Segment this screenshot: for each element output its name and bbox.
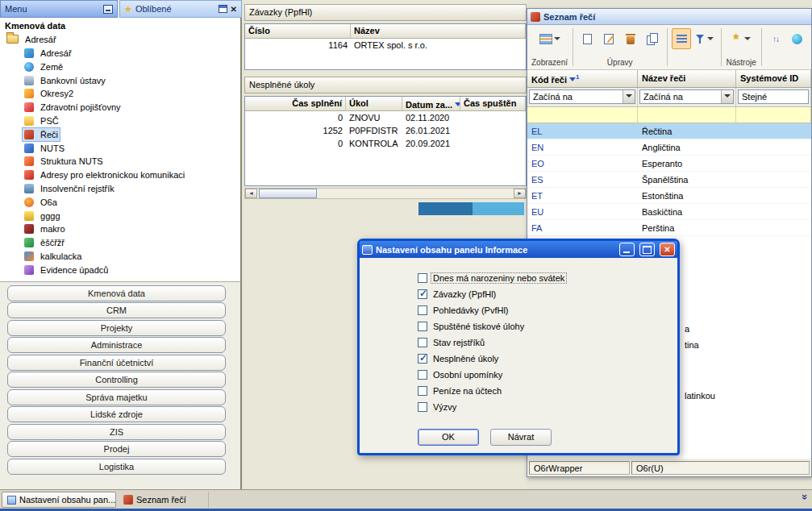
dialog-checkbox-row[interactable]: Spuštěné tiskové úlohy xyxy=(360,318,677,334)
tree-item[interactable]: NUTS xyxy=(0,142,240,156)
module-button[interactable]: Správa majetku xyxy=(7,389,226,405)
grid-row[interactable]: ET Estonština xyxy=(527,188,811,204)
column-header-cislo[interactable]: Číslo xyxy=(245,24,351,38)
tools-button[interactable] xyxy=(729,28,753,49)
close-button[interactable] xyxy=(660,243,675,256)
column-header-systemove-id[interactable]: Systémové ID xyxy=(736,70,811,87)
filter-funnel-button[interactable] xyxy=(693,28,716,49)
edit-record-button[interactable] xyxy=(599,28,618,49)
tree-item[interactable]: kalkulacka xyxy=(0,250,240,264)
navrat-button[interactable]: Návrat xyxy=(490,429,552,446)
dialog-checkbox-row[interactable]: Pohledávky (PvfHl) xyxy=(360,302,677,318)
filter-list-button[interactable] xyxy=(672,28,691,49)
ukoly-row[interactable]: 0 KONTROLA 20.09.2021 xyxy=(245,137,526,150)
dialog-checkbox-row[interactable]: Závazky (PpfHl) xyxy=(360,286,677,302)
window-titlebar[interactable]: Seznam řečí xyxy=(527,9,811,25)
tree-item[interactable]: Adresy pro elektronickou komunikaci xyxy=(0,168,240,182)
module-button[interactable]: ZIS xyxy=(7,424,226,440)
minimize-panel-icon[interactable] xyxy=(103,5,113,14)
checkbox[interactable] xyxy=(418,273,427,283)
copy-record-button[interactable] xyxy=(643,28,662,49)
module-button[interactable]: Projekty xyxy=(7,320,226,336)
dropdown-button[interactable] xyxy=(623,90,635,103)
sort-button[interactable] xyxy=(766,28,785,49)
favorites-header[interactable]: ★ Oblíbené xyxy=(119,0,242,18)
filter-mode-select[interactable]: Stejné xyxy=(738,89,809,104)
module-button[interactable]: Logistika xyxy=(7,459,226,475)
view-selector-button[interactable] xyxy=(537,28,563,49)
tree-item[interactable]: Řeči xyxy=(0,128,240,142)
column-header-ukol[interactable]: Úkol xyxy=(346,97,402,110)
minimize-button[interactable] xyxy=(619,243,635,256)
tree-item[interactable]: Bankovní ústavy xyxy=(0,74,240,88)
tree-item[interactable]: makro xyxy=(0,222,240,236)
taskbar-tab-seznam-reci[interactable]: Seznam řečí xyxy=(119,492,209,508)
grid-row[interactable]: FA Perština xyxy=(527,220,811,236)
scroll-right-button[interactable] xyxy=(514,189,526,198)
menu-header[interactable]: Menu xyxy=(0,0,118,18)
dialog-checkbox-row[interactable]: Osobní upomínky xyxy=(360,367,677,383)
tree-item[interactable]: Země xyxy=(0,60,240,74)
horizontal-scrollbar[interactable] xyxy=(244,188,527,199)
tree-root-adresar[interactable]: Adresář xyxy=(0,33,240,47)
checkbox[interactable] xyxy=(418,338,427,347)
tree-item[interactable]: Evidence úpadců xyxy=(0,264,240,277)
scrollbar-thumb[interactable] xyxy=(259,189,317,198)
column-header-kod-reci[interactable]: Kód řeči1 xyxy=(527,70,638,87)
dialog-checkbox-row[interactable]: Nesplněné úkoly xyxy=(360,351,677,367)
expand-chevron-icon[interactable]: » xyxy=(799,494,811,500)
filter-mode-select[interactable]: Začíná na xyxy=(529,89,635,104)
column-header-datum[interactable]: Datum za...2 xyxy=(402,97,460,110)
help-button[interactable] xyxy=(788,28,807,49)
filter-input-nazev[interactable] xyxy=(638,107,736,123)
module-button[interactable]: Finanční účetnictví xyxy=(7,355,226,371)
checkbox[interactable] xyxy=(418,386,427,396)
tree-item[interactable]: ěščřžř xyxy=(0,236,240,250)
dropdown-button[interactable] xyxy=(721,90,733,103)
column-header-cas-splneni[interactable]: Čas splnění xyxy=(245,97,346,110)
dialog-checkbox-row[interactable]: Dnes má narozeniny nebo svátek xyxy=(360,270,677,286)
module-button[interactable]: Lidské zdroje xyxy=(7,406,226,422)
dialog-checkbox-row[interactable]: Výzvy xyxy=(360,399,677,415)
maximize-button[interactable] xyxy=(639,243,655,256)
module-button[interactable]: Controlling xyxy=(7,372,226,388)
tree-item[interactable]: Struktura NUTS xyxy=(0,155,240,168)
column-header-nazev-reci[interactable]: Název řeči xyxy=(638,70,736,87)
grid-row[interactable]: EN Angličtina xyxy=(527,139,811,156)
checkbox[interactable] xyxy=(418,289,427,299)
module-button[interactable]: Prodej xyxy=(7,441,226,457)
module-button[interactable]: Administrace xyxy=(7,337,226,353)
filter-input-id[interactable] xyxy=(736,107,811,123)
dialog-checkbox-row[interactable]: Peníze na účtech xyxy=(360,383,677,399)
tree-item[interactable]: Adresář xyxy=(0,47,240,60)
close-favorites-icon[interactable] xyxy=(231,4,237,14)
zavazky-row[interactable]: 1164 ORTEX spol. s r.o. xyxy=(245,39,526,52)
dialog-checkbox-row[interactable]: Stav rejstříků xyxy=(360,334,677,351)
column-header-cas-spusten[interactable]: Čas spuštěn xyxy=(460,97,526,110)
scroll-left-button[interactable] xyxy=(245,189,257,198)
checkbox[interactable] xyxy=(418,402,427,412)
grid-row[interactable]: ES Španělština xyxy=(527,172,811,188)
tree-item[interactable]: O6a xyxy=(0,196,240,210)
tree-item[interactable]: PSČ xyxy=(0,114,240,128)
grid-row[interactable]: EO Esperanto xyxy=(527,156,811,172)
checkbox[interactable] xyxy=(418,354,427,364)
module-button[interactable]: CRM xyxy=(7,302,226,318)
grid-row[interactable]: EL Řečtina xyxy=(527,123,811,139)
taskbar-tab-nastaveni[interactable]: Nastavení obsahu pan... xyxy=(2,492,116,508)
checkbox[interactable] xyxy=(418,370,427,380)
grid-row[interactable]: EU Baskičtina xyxy=(527,204,811,220)
tree-item[interactable]: Zdravotní pojišťovny xyxy=(0,101,240,114)
ukoly-row[interactable]: 1252 P0PFDISTR 26.01.2021 xyxy=(245,124,526,137)
checkbox[interactable] xyxy=(418,322,427,331)
column-header-nazev[interactable]: Název xyxy=(351,24,526,38)
tree-item[interactable]: Insolvenční rejstřík xyxy=(0,182,240,196)
ukoly-row[interactable]: 0 ZNOVU 02.11.2020 xyxy=(245,111,526,124)
ok-button[interactable]: OK xyxy=(418,429,479,446)
module-button[interactable]: Kmenová data xyxy=(7,285,226,301)
filter-input-kod[interactable] xyxy=(527,107,638,123)
tree-item[interactable]: gggg xyxy=(0,210,240,223)
checkbox[interactable] xyxy=(418,305,427,315)
restore-window-icon[interactable] xyxy=(219,5,227,13)
delete-record-button[interactable] xyxy=(621,28,640,49)
